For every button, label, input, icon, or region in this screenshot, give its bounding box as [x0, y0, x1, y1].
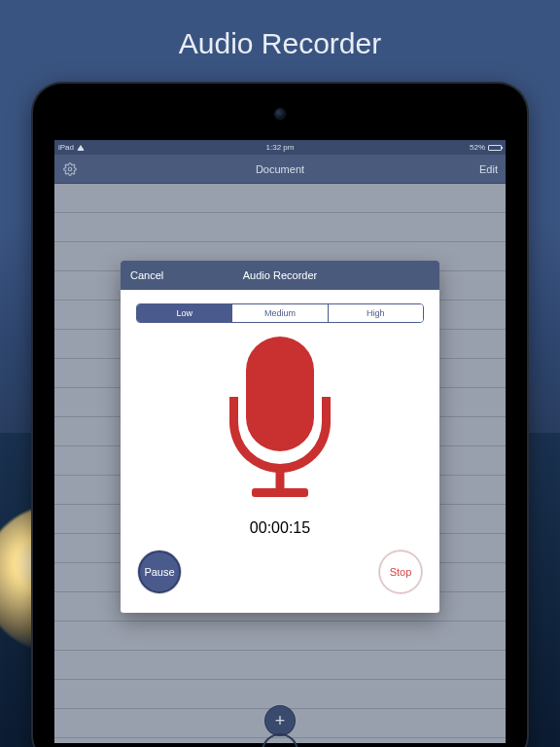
quality-option-high[interactable]: High: [329, 304, 423, 322]
pause-button[interactable]: Pause: [138, 551, 181, 593]
battery-icon: [488, 145, 502, 151]
device-screen: iPad 1:32 pm 52% Document Edit +: [54, 140, 506, 743]
stop-button[interactable]: Stop: [379, 551, 422, 593]
camera-icon: [275, 109, 285, 119]
ipad-frame: iPad 1:32 pm 52% Document Edit +: [33, 84, 527, 747]
cancel-button[interactable]: Cancel: [130, 269, 163, 281]
svg-point-0: [68, 167, 72, 171]
status-bar: iPad 1:32 pm 52%: [54, 140, 506, 155]
audio-recorder-modal: Cancel Audio Recorder Low Medium High: [121, 261, 439, 613]
modal-header: Cancel Audio Recorder: [121, 261, 439, 290]
microphone-graphic: [136, 337, 424, 502]
quality-segmented-control[interactable]: Low Medium High: [136, 303, 424, 323]
page-title: Audio Recorder: [0, 27, 560, 60]
status-time: 1:32 pm: [54, 143, 506, 152]
edit-button[interactable]: Edit: [479, 163, 498, 175]
modal-body: Low Medium High 00:00:15 Pause Stop: [121, 290, 439, 613]
microphone-icon: [217, 337, 343, 502]
recording-timer: 00:00:15: [136, 519, 424, 537]
add-button[interactable]: +: [265, 706, 295, 735]
quality-option-low[interactable]: Low: [137, 304, 232, 322]
settings-button[interactable]: [62, 161, 78, 177]
navbar-title: Document: [54, 163, 506, 175]
modal-title: Audio Recorder: [121, 269, 439, 281]
recorder-controls: Pause Stop: [136, 551, 424, 593]
plus-icon: +: [275, 712, 286, 729]
quality-option-medium[interactable]: Medium: [232, 304, 328, 322]
gear-icon: [63, 162, 77, 176]
app-navbar: Document Edit: [54, 155, 506, 184]
